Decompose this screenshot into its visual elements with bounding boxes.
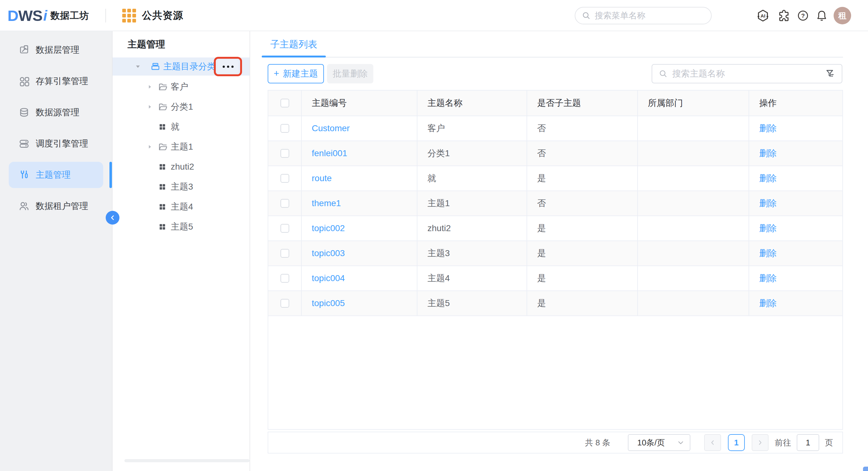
tree-root-node[interactable]: 主题目录分类 [113,58,250,76]
column-header-is-sub: 是否子主题 [527,91,638,115]
app-logo: D WS i 数据工坊 [7,0,89,31]
row-checkbox[interactable] [280,274,289,283]
help-icon[interactable]: ? [797,9,809,22]
active-tab-indicator [262,56,326,58]
goto-page-input[interactable] [797,434,819,451]
menu-search-input[interactable] [595,11,705,21]
create-topic-button[interactable]: + 新建主题 [268,64,324,83]
tree-root-label: 主题目录分类 [163,61,216,72]
dept-cell [638,241,749,266]
sidebar-item-storage-engine[interactable]: 存算引擎管理 [0,66,112,97]
sidebar-item-data-source[interactable]: 数据源管理 [0,97,112,128]
tree-node-theme[interactable]: 就 [113,118,250,136]
page-unit-label: 页 [825,437,833,448]
ai-assistant-icon[interactable]: AI [756,9,770,23]
components-icon [18,75,30,87]
sidebar-item-tenant-management[interactable]: 数据租户管理 [0,191,112,222]
tree-node-theme[interactable]: zhuti2 [113,158,250,176]
users-icon [18,200,30,212]
sub-topic-table: 主题编号 主题名称 是否子主题 所属部门 操作 Customer 客户 否 删除… [268,90,843,430]
tree-children: 客户 分类1 [113,78,250,236]
topic-name-cell: 主题4 [417,266,527,291]
topic-code-link[interactable]: topic005 [312,298,345,308]
caret-right-icon[interactable] [145,143,154,150]
table-row: topic005 主题5 是 删除 [268,291,842,316]
sidebar-collapse-button[interactable] [106,211,119,225]
row-checkbox[interactable] [280,149,289,158]
chevron-down-icon [677,439,685,447]
topic-code-link[interactable]: fenlei001 [312,148,347,158]
topic-code-link[interactable]: route [312,173,332,183]
row-checkbox[interactable] [280,174,289,183]
tree-node-folder[interactable]: 主题1 [113,138,250,156]
next-page-button[interactable] [752,434,769,451]
nav-public-resources[interactable]: 公共资源 [121,0,183,31]
sidebar-item-topic-management[interactable]: 主题管理 [0,159,112,191]
topic-code-link[interactable]: topic004 [312,273,345,283]
delete-link[interactable]: 删除 [759,172,777,184]
select-all-checkbox[interactable] [280,99,289,107]
user-avatar[interactable]: 租 [834,7,851,24]
delete-link[interactable]: 删除 [759,297,777,309]
pagination-bar: 共 8 条 10条/页 1 前往 页 [268,432,843,453]
folder-icon [158,102,168,112]
topic-name-cell: 客户 [417,116,527,140]
caret-right-icon[interactable] [145,83,154,91]
tree-node-label: 客户 [171,81,188,93]
nav-public-resources-label: 公共资源 [142,9,183,23]
batch-delete-button[interactable]: 批量删除 [327,64,373,83]
delete-link[interactable]: 删除 [759,123,777,134]
column-header-action: 操作 [749,91,842,115]
product-name: 数据工坊 [50,9,89,22]
tree-node-folder[interactable]: 客户 [113,78,250,96]
tree-node-theme[interactable]: 主题3 [113,178,250,196]
sidebar-item-scheduler-engine[interactable]: 调度引擎管理 [0,128,112,159]
delete-link[interactable]: 删除 [759,197,777,209]
delete-link[interactable]: 删除 [759,147,777,159]
tree-horizontal-scrollbar[interactable] [124,459,250,462]
is-sub-cell: 是 [527,266,638,291]
row-checkbox[interactable] [280,224,289,233]
row-checkbox[interactable] [280,249,289,258]
caret-down-icon[interactable] [133,63,143,71]
topic-code-link[interactable]: topic002 [312,223,345,233]
topic-code-link[interactable]: topic003 [312,248,345,258]
topic-code-link[interactable]: Customer [312,123,349,133]
sidebar-item-label: 主题管理 [36,169,71,181]
delete-link[interactable]: 删除 [759,272,777,284]
tree-node-more-button[interactable] [218,60,238,73]
notification-bell-icon[interactable] [815,9,828,22]
current-page-button[interactable]: 1 [728,434,745,451]
root-folder-icon [150,61,161,72]
tab-sub-topic-list[interactable]: 子主题列表 [262,31,326,58]
tree-node-theme[interactable]: 主题5 [113,218,250,236]
row-checkbox[interactable] [280,199,289,208]
tree-node-folder[interactable]: 分类1 [113,98,250,116]
prev-page-button[interactable] [704,434,721,451]
topic-name-cell: 分类1 [417,141,527,166]
plugin-puzzle-icon[interactable] [777,9,790,22]
table-row: route 就 是 删除 [268,166,842,191]
delete-link[interactable]: 删除 [759,223,777,234]
table-header-row: 主题编号 主题名称 是否子主题 所属部门 操作 [268,91,842,116]
scrollbar-corner-artifact [863,467,868,471]
is-sub-cell: 否 [527,191,638,215]
sidebar-item-data-layer[interactable]: 数据层管理 [0,34,112,66]
page-size-select[interactable]: 10条/页 [628,434,690,451]
sidebar-item-label: 数据租户管理 [36,200,88,212]
table-row: fenlei001 分类1 否 删除 [268,141,842,166]
topic-code-link[interactable]: theme1 [312,198,341,208]
filter-funnel-icon[interactable] [825,68,835,79]
tree-node-label: 主题5 [171,221,193,233]
delete-link[interactable]: 删除 [759,247,777,259]
topic-search-input[interactable] [672,69,820,79]
dept-cell [638,116,749,140]
is-sub-cell: 是 [527,291,638,315]
app-page: D WS i 数据工坊 公共资源 [0,0,868,471]
row-checkbox[interactable] [280,124,289,133]
tree-node-theme[interactable]: 主题4 [113,198,250,216]
caret-right-icon[interactable] [145,103,154,110]
topbar: D WS i 数据工坊 公共资源 [0,0,868,31]
sidebar-item-label: 数据源管理 [36,106,80,119]
row-checkbox[interactable] [280,299,289,308]
